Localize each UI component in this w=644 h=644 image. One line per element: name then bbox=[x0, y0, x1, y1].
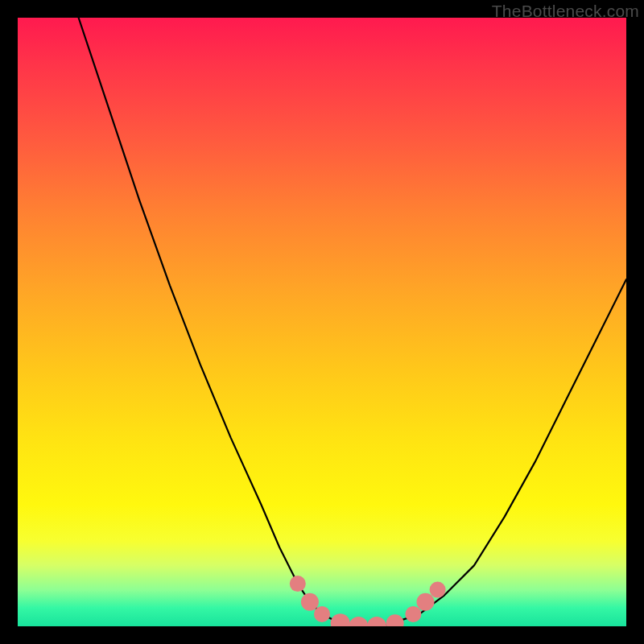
watermark-text: TheBottleneck.com bbox=[492, 2, 639, 21]
highlight-dot bbox=[301, 593, 319, 611]
highlight-dot bbox=[331, 613, 350, 626]
chart-svg bbox=[18, 18, 626, 626]
highlight-dots bbox=[290, 576, 446, 626]
chart-plot-area bbox=[18, 18, 626, 626]
highlight-dot bbox=[386, 614, 404, 626]
bottleneck-curve bbox=[79, 18, 626, 626]
highlight-dot bbox=[314, 606, 330, 622]
highlight-dot bbox=[417, 593, 435, 611]
chart-frame: TheBottleneck.com bbox=[0, 0, 644, 644]
highlight-dot bbox=[405, 606, 421, 622]
highlight-dot bbox=[349, 617, 368, 626]
highlight-dot bbox=[367, 617, 386, 626]
highlight-dot bbox=[290, 576, 306, 592]
highlight-dot bbox=[430, 582, 446, 598]
